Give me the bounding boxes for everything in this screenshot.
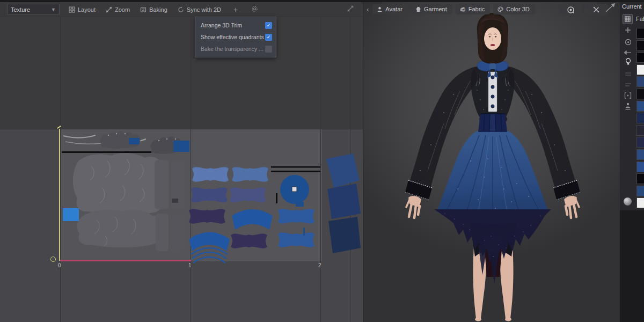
color3d-tab-button[interactable]: Color 3D	[493, 4, 535, 14]
add-icon[interactable]: +	[232, 5, 239, 14]
menu-item-label: Show effective quadrants	[201, 34, 264, 40]
camera-lens-icon	[567, 6, 575, 14]
baking-icon	[140, 6, 147, 13]
grid-line	[350, 16, 350, 322]
add-fabric-icon[interactable]	[624, 26, 632, 34]
uv-x-axis	[60, 260, 191, 261]
fabric-swatch[interactable]	[636, 101, 644, 112]
render-camera-button[interactable]	[559, 4, 582, 16]
material-sphere-icon[interactable]	[624, 197, 632, 206]
axis-tick-1: 1	[188, 262, 192, 268]
fabric-tab-icon[interactable]	[623, 14, 633, 24]
fabric-swatch-list	[636, 28, 644, 210]
fabric-swatch[interactable]	[636, 113, 644, 123]
fabric-list-label: Fabric	[636, 16, 644, 22]
window-top-edge	[0, 0, 644, 2]
checkbox-bake-transparency[interactable]: ✓	[265, 46, 272, 53]
sidebar-empty-area	[620, 210, 644, 322]
uv-origin-marker	[50, 257, 56, 262]
baking-button[interactable]: Baking	[139, 5, 169, 14]
uv-unit-square	[60, 129, 322, 261]
checkbox-show-quadrants[interactable]: ✓	[265, 34, 272, 41]
layout-grid-icon	[69, 6, 75, 13]
texture-toolbar: Texture ▼ Layout Zoom Baking Sync with 2…	[0, 2, 363, 17]
avatar-3d-model[interactable]	[363, 0, 620, 322]
fabric-swatch[interactable]	[636, 52, 644, 63]
color3d-tab-label: Color 3D	[506, 6, 529, 12]
color-palette-icon	[497, 6, 503, 12]
zoom-button[interactable]: Zoom	[105, 5, 131, 14]
fabric-roll-icon	[460, 6, 466, 12]
layout-button[interactable]: Layout	[68, 5, 97, 14]
fabric-swatch[interactable]	[636, 64, 644, 75]
avatar-head	[477, 13, 508, 63]
fabric-swatch[interactable]	[636, 186, 644, 196]
garment-tab-button[interactable]: Garment	[411, 4, 452, 14]
sidebar-title: Current	[622, 3, 642, 10]
chevron-down-icon: ▼	[51, 7, 56, 12]
button-placket	[488, 72, 497, 112]
axis-tick-2: 2	[318, 262, 321, 268]
2d-texture-panel: 0 1 2 Texture ▼ Layout Zoom Baking	[0, 0, 363, 322]
menu-item-bake-transparency[interactable]: Bake the transparency ... ✓	[195, 43, 276, 55]
clo3d-texture-workspace: 0 1 2 Texture ▼ Layout Zoom Baking	[0, 0, 644, 322]
axis-tick-0: 0	[58, 262, 61, 268]
collapse-toolbar-icon[interactable]: ‹	[367, 5, 369, 13]
menu-item-label: Bake the transparency ...	[201, 46, 264, 52]
light-bulb-icon[interactable]	[624, 57, 632, 66]
grid-line	[320, 16, 321, 322]
fabric-swatch[interactable]	[636, 125, 644, 136]
fabric-tab-button[interactable]: Fabric	[456, 4, 491, 14]
layout-label: Layout	[78, 6, 96, 13]
target-icon[interactable]	[624, 38, 632, 46]
list-icon[interactable]	[624, 80, 632, 89]
fabric-swatch[interactable]	[636, 197, 644, 208]
baking-options-menu: Arrange 3D Trim ✓ Show effective quadran…	[195, 17, 276, 57]
sync-icon	[178, 6, 184, 13]
fabric-swatch[interactable]	[636, 76, 644, 87]
avatar-display-icon[interactable]	[624, 102, 632, 111]
zoom-fit-icon	[106, 6, 112, 13]
avatar-person-icon	[377, 6, 383, 12]
view-mode-select[interactable]: Texture ▼	[7, 4, 60, 15]
frame-selection-icon[interactable]	[624, 91, 632, 100]
sync-with-2d-button[interactable]: Sync with 2D	[177, 5, 222, 14]
zoom-label: Zoom	[115, 6, 130, 13]
menu-item-arrange-3d-trim[interactable]: Arrange 3D Trim ✓	[195, 19, 276, 31]
fabric-swatch[interactable]	[636, 149, 644, 160]
fabric-swatch[interactable]	[636, 137, 644, 148]
3d-toolbar: ‹ Avatar Garment Fabric Color 3D	[367, 4, 535, 14]
baking-label: Baking	[149, 6, 167, 13]
crossed-pins-icon	[592, 6, 600, 13]
measure-arrow-icon[interactable]	[624, 48, 632, 57]
menu-item-show-effective-quadrants[interactable]: Show effective quadrants ✓	[195, 31, 276, 43]
avatar-tab-button[interactable]: Avatar	[372, 4, 408, 14]
checkbox-arrange-3d-trim[interactable]: ✓	[265, 22, 272, 29]
fabric-swatch[interactable]	[636, 162, 644, 172]
garment-tab-label: Garment	[424, 6, 447, 12]
fabric-swatch[interactable]	[636, 173, 644, 184]
avatar-tab-label: Avatar	[385, 6, 402, 12]
grid-line	[60, 16, 61, 322]
fabric-swatch[interactable]	[636, 40, 644, 51]
fabric-swatch[interactable]	[636, 89, 644, 99]
grid-line	[191, 16, 191, 322]
garment-corset[interactable]	[478, 114, 507, 132]
garment-dress-icon	[415, 6, 421, 12]
3d-viewport[interactable]: ‹ Avatar Garment Fabric Color 3D	[363, 0, 620, 322]
layers-icon[interactable]	[624, 70, 632, 78]
pan-view-arrow-icon[interactable]	[605, 3, 616, 15]
sync-label: Sync with 2D	[187, 6, 221, 13]
view-mode-value: Texture	[11, 6, 30, 13]
right-sidebar: Current Fabric	[620, 0, 644, 322]
grid-line	[0, 129, 363, 129]
menu-item-label: Arrange 3D Trim	[201, 22, 242, 28]
settings-gear-icon[interactable]	[250, 4, 259, 14]
fabric-swatch[interactable]	[636, 28, 644, 39]
fabric-tab-label: Fabric	[469, 6, 485, 12]
uv-y-axis	[59, 129, 60, 261]
expand-2d-panel-icon[interactable]	[347, 5, 354, 14]
